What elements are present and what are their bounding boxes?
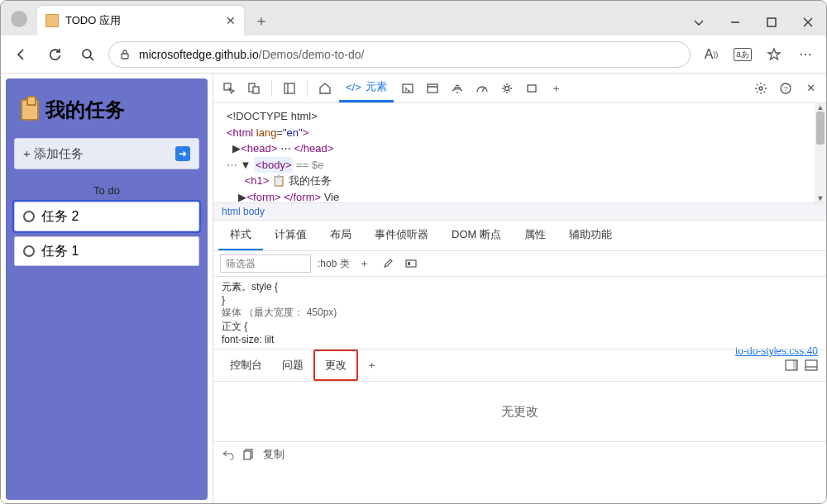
styles-filter-input[interactable] bbox=[220, 254, 311, 273]
no-changes-label: 无更改 bbox=[213, 382, 826, 441]
search-button[interactable] bbox=[75, 42, 100, 67]
dom-tree[interactable]: <!DOCTYPE html> <html lang="en"> ▶<head>… bbox=[213, 103, 826, 202]
add-task-input[interactable]: + 添加任务 ➜ bbox=[14, 138, 199, 169]
svg-point-9 bbox=[457, 92, 458, 93]
copy-label[interactable]: 复制 bbox=[263, 447, 284, 462]
minimize-button[interactable] bbox=[717, 9, 753, 36]
tab-title: TODO 应用 bbox=[65, 13, 219, 28]
tab-layout[interactable]: 布局 bbox=[318, 221, 363, 250]
read-aloud-icon[interactable]: A)) bbox=[699, 42, 724, 67]
tab-dombreakpoints[interactable]: DOM 断点 bbox=[440, 221, 513, 250]
dock-icon[interactable] bbox=[785, 359, 798, 371]
svg-rect-21 bbox=[244, 451, 251, 459]
drawer-add-tab[interactable]: ＋ bbox=[358, 353, 385, 378]
welcome-icon[interactable] bbox=[314, 78, 336, 99]
performance-icon[interactable] bbox=[471, 78, 493, 99]
svg-rect-16 bbox=[408, 262, 410, 265]
svg-point-1 bbox=[83, 50, 91, 58]
svg-rect-8 bbox=[428, 84, 437, 93]
task-item[interactable]: 任务 2 bbox=[14, 202, 199, 231]
svg-rect-11 bbox=[528, 85, 536, 92]
svg-rect-5 bbox=[253, 87, 259, 93]
page-viewport: 我的任务 + 添加任务 ➜ To do 任务 2 任务 1 bbox=[1, 74, 213, 504]
svg-rect-19 bbox=[805, 360, 817, 370]
browser-toolbar: microsoftedge.github.io/Demos/demo-to-do… bbox=[1, 36, 826, 74]
flex-editor-icon[interactable] bbox=[403, 255, 419, 272]
tab-elements[interactable]: </> 元素 bbox=[339, 74, 394, 102]
svg-rect-18 bbox=[793, 360, 797, 370]
changes-drawer: 无更改 复制 bbox=[213, 382, 826, 504]
svg-text:?: ? bbox=[784, 85, 788, 93]
clipboard-icon bbox=[45, 14, 59, 27]
scrollbar[interactable]: ▲▼ bbox=[815, 103, 826, 202]
section-label: To do bbox=[14, 184, 199, 197]
close-window-button[interactable] bbox=[790, 9, 826, 36]
help-icon[interactable]: ? bbox=[775, 78, 796, 99]
chevron-down-icon[interactable] bbox=[681, 9, 717, 36]
clipboard-icon bbox=[21, 99, 39, 121]
styles-tabstrip: 样式 计算值 布局 事件侦听器 DOM 断点 属性 辅助功能 bbox=[213, 221, 826, 251]
styles-filter-bar: :hob 类 ＋ bbox=[213, 251, 826, 277]
undo-icon[interactable] bbox=[222, 449, 235, 460]
breadcrumb[interactable]: html body bbox=[213, 202, 826, 221]
menu-button[interactable]: ⋯ bbox=[793, 42, 818, 67]
svg-rect-15 bbox=[406, 260, 416, 267]
close-devtools-button[interactable]: ✕ bbox=[800, 78, 821, 99]
browser-tab[interactable]: TODO 应用 ✕ bbox=[37, 6, 244, 36]
settings-gear-icon[interactable] bbox=[750, 78, 772, 99]
task-label: 任务 2 bbox=[41, 208, 79, 226]
console-icon[interactable] bbox=[397, 78, 418, 99]
lock-icon bbox=[119, 49, 131, 60]
tab-computed[interactable]: 计算值 bbox=[263, 221, 318, 250]
new-tab-button[interactable]: ＋ bbox=[254, 11, 269, 31]
close-tab-button[interactable]: ✕ bbox=[226, 14, 236, 27]
panel-layout-icon[interactable] bbox=[279, 78, 300, 99]
task-checkbox[interactable] bbox=[23, 245, 35, 257]
svg-rect-2 bbox=[122, 54, 128, 59]
task-label: 任务 1 bbox=[41, 243, 79, 260]
tab-styles[interactable]: 样式 bbox=[218, 221, 263, 250]
devtools-toolbar: </> 元素 ＋ ? ✕ bbox=[213, 74, 826, 103]
window-controls bbox=[681, 9, 826, 36]
svg-point-12 bbox=[759, 87, 762, 90]
profile-avatar[interactable] bbox=[11, 11, 27, 27]
svg-rect-0 bbox=[767, 18, 776, 26]
copy-icon[interactable] bbox=[243, 449, 255, 460]
drawer-layout-icon[interactable] bbox=[805, 359, 818, 371]
window-titlebar: TODO 应用 ✕ ＋ bbox=[1, 1, 826, 36]
inspect-icon[interactable] bbox=[218, 78, 240, 99]
svg-rect-6 bbox=[284, 83, 294, 93]
svg-point-10 bbox=[504, 86, 509, 90]
styles-pane[interactable]: 元素。style { } 媒体 （最大宽度： 450px) 正文 { font-… bbox=[213, 277, 826, 349]
maximize-button[interactable] bbox=[753, 9, 790, 36]
submit-icon[interactable]: ➜ bbox=[175, 146, 190, 161]
settings-icon[interactable] bbox=[496, 78, 518, 99]
hov-toggle[interactable]: :hob 类 bbox=[318, 257, 350, 271]
sources-icon[interactable] bbox=[422, 78, 443, 99]
code-icon: </> bbox=[346, 81, 361, 93]
tab-changes[interactable]: 更改 bbox=[313, 349, 358, 381]
task-checkbox[interactable] bbox=[23, 211, 35, 222]
device-toggle-icon[interactable] bbox=[243, 78, 265, 99]
new-rule-button[interactable]: ＋ bbox=[356, 255, 373, 272]
address-bar[interactable]: microsoftedge.github.io/Demos/demo-to-do… bbox=[108, 41, 691, 68]
url-text: microsoftedge.github.io/Demos/demo-to-do… bbox=[139, 48, 364, 61]
tab-properties[interactable]: 属性 bbox=[513, 221, 557, 250]
drawer-tabstrip: 控制台 问题 更改 ＋ bbox=[213, 349, 826, 382]
memory-icon[interactable] bbox=[521, 78, 543, 99]
refresh-button[interactable] bbox=[42, 42, 67, 67]
network-icon[interactable] bbox=[447, 78, 468, 99]
tab-console[interactable]: 控制台 bbox=[220, 351, 272, 379]
devtools-panel: </> 元素 ＋ ? ✕ <!DOCTYPE html> <html lang=… bbox=[213, 74, 826, 504]
tab-eventlisteners[interactable]: 事件侦听器 bbox=[363, 221, 440, 250]
translate-icon[interactable]: aあ bbox=[730, 42, 755, 67]
back-button[interactable] bbox=[9, 42, 34, 67]
tab-issues[interactable]: 问题 bbox=[272, 351, 313, 379]
app-title: 我的任务 bbox=[45, 97, 125, 123]
tab-accessibility[interactable]: 辅助功能 bbox=[557, 221, 624, 250]
brush-icon[interactable] bbox=[380, 255, 396, 272]
task-item[interactable]: 任务 1 bbox=[14, 236, 199, 266]
add-task-label: + 添加任务 bbox=[23, 146, 84, 162]
more-tabs-button[interactable]: ＋ bbox=[546, 78, 567, 99]
favorite-button[interactable] bbox=[762, 42, 786, 67]
